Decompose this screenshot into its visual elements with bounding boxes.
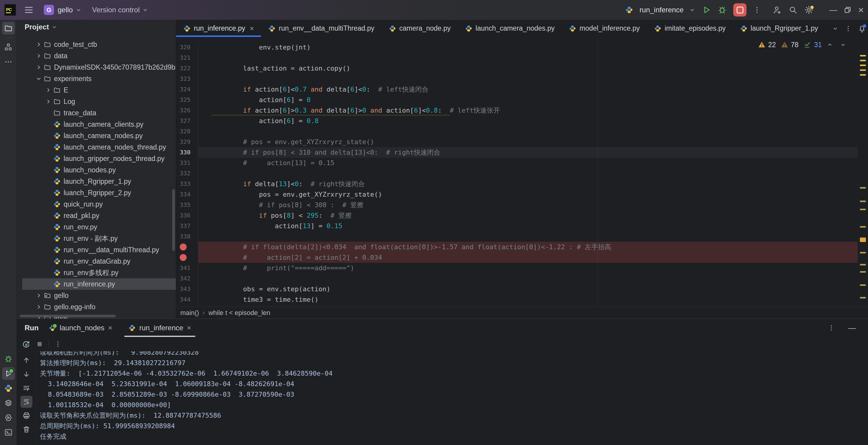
- console-soft-wrap-button[interactable]: [21, 382, 32, 394]
- code-line[interactable]: 333 if delta[13]<0: # right快速闭合: [176, 179, 868, 189]
- code-line[interactable]: 334 pos = env.get_XYZrxryrz_state(): [176, 189, 868, 200]
- line-number[interactable]: 320: [176, 42, 198, 53]
- line-number[interactable]: 324: [176, 84, 198, 95]
- stripe-mark[interactable]: [860, 64, 866, 66]
- run-tab[interactable]: launch_nodes ×: [43, 319, 118, 337]
- tree-item[interactable]: E: [17, 84, 176, 96]
- line-number[interactable]: 326: [176, 105, 198, 116]
- tool-window-button-debug[interactable]: [2, 353, 15, 365]
- code-line[interactable]: # action[2] = action[2] + 0.034: [176, 252, 868, 263]
- stripe-mark[interactable]: [860, 297, 866, 298]
- console-clear-button[interactable]: [21, 423, 32, 435]
- close-tab-icon[interactable]: ×: [187, 324, 191, 332]
- tree-item[interactable]: launch_camera_nodes.py: [17, 130, 176, 142]
- code-editor[interactable]: 320 env.step(jnt) 321 322 last_action = …: [176, 37, 868, 306]
- tree-item[interactable]: run_env__data_multiThread.py: [17, 244, 176, 256]
- error-stripe[interactable]: [858, 37, 868, 306]
- line-number[interactable]: 345: [176, 305, 198, 306]
- line-number[interactable]: 337: [176, 221, 198, 231]
- editor-tab[interactable]: launch_camera_nodes.py: [458, 20, 562, 37]
- tree-item[interactable]: gello: [17, 290, 176, 301]
- next-problem-icon[interactable]: [840, 41, 846, 48]
- console-print-button[interactable]: [21, 410, 32, 422]
- tree-item[interactable]: data: [17, 50, 176, 62]
- tree-item[interactable]: launch_camera_nodes_thread.py: [17, 142, 176, 153]
- console-up-button[interactable]: [21, 354, 32, 366]
- tree-item[interactable]: run_env - 副本.py: [17, 233, 176, 244]
- window-close-button[interactable]: ×: [858, 4, 864, 16]
- close-tab-icon[interactable]: ×: [250, 24, 254, 33]
- tree-vertical-scrollbar[interactable]: [172, 189, 175, 251]
- tree-item[interactable]: Log: [17, 96, 176, 107]
- search-everywhere-icon[interactable]: [788, 5, 798, 14]
- code-line[interactable]: 345: [176, 305, 868, 306]
- line-number[interactable]: 325: [176, 95, 198, 105]
- line-number[interactable]: 344: [176, 294, 198, 305]
- tree-item[interactable]: run_inference.py: [17, 278, 176, 290]
- project-panel-header[interactable]: Project: [17, 20, 176, 34]
- code-line[interactable]: 328: [176, 126, 868, 137]
- stop-button[interactable]: [733, 3, 746, 17]
- code-line[interactable]: 324 if action[6]<0.7 and delta[6]<0: # l…: [176, 84, 868, 95]
- vcs-widget[interactable]: Version control: [92, 6, 140, 14]
- code-line[interactable]: 327 action[6] = 0.8: [176, 116, 868, 126]
- line-number[interactable]: 336: [176, 210, 198, 221]
- window-minimize-button[interactable]: —: [829, 5, 837, 15]
- settings-gear-icon[interactable]: [804, 5, 814, 15]
- stripe-mark[interactable]: [860, 74, 866, 76]
- tool-window-button-terminal[interactable]: [2, 426, 15, 439]
- line-number[interactable]: 338: [176, 231, 198, 242]
- code-line[interactable]: 330 # if pos[8] < 310 and delta[13]<0: #…: [176, 147, 868, 158]
- tree-item[interactable]: run_env_dataGrab.py: [17, 256, 176, 267]
- line-number[interactable]: 333: [176, 179, 198, 189]
- code-line[interactable]: 325 action[6] = 0: [176, 95, 868, 105]
- code-line[interactable]: 341 # print("=====add====="): [176, 263, 868, 273]
- hidden-tabs-icon[interactable]: [832, 25, 839, 32]
- stop-disabled-button[interactable]: [36, 340, 43, 348]
- line-number[interactable]: 343: [176, 284, 198, 294]
- line-number[interactable]: 335: [176, 200, 198, 210]
- line-number[interactable]: 323: [176, 73, 198, 84]
- tree-item[interactable]: code_test_ctb: [17, 39, 176, 50]
- tool-window-button-more-tools[interactable]: [2, 56, 15, 68]
- stripe-mark[interactable]: [860, 69, 866, 71]
- tree-item[interactable]: run_env多线程.py: [17, 267, 176, 278]
- tree-item[interactable]: read_pkl.py: [17, 210, 176, 221]
- chevron-down-icon[interactable]: [142, 7, 149, 13]
- tree-item[interactable]: gello.egg-info: [17, 301, 176, 313]
- project-avatar[interactable]: G: [44, 5, 54, 15]
- code-line[interactable]: 326 if action[6]>0.3 and delta[6]>0 and …: [176, 105, 868, 116]
- line-number[interactable]: [176, 252, 198, 263]
- chevron-down-icon[interactable]: [75, 7, 82, 13]
- debug-button[interactable]: [718, 5, 727, 14]
- stripe-mark[interactable]: [860, 55, 866, 56]
- code-with-me-icon[interactable]: [772, 5, 782, 15]
- tree-item[interactable]: launch_Rgripper_1.py: [17, 176, 176, 187]
- code-line[interactable]: 344 time3 = time.time(): [176, 294, 868, 305]
- notifications-bell-icon[interactable]: [858, 24, 866, 33]
- line-number[interactable]: 329: [176, 137, 198, 147]
- code-line[interactable]: 331 # action[13] = 0.15: [176, 158, 868, 168]
- tool-window-button-run[interactable]: [2, 367, 15, 380]
- line-number[interactable]: 327: [176, 116, 198, 126]
- tool-window-button-python-packages[interactable]: [2, 411, 15, 424]
- code-line[interactable]: 323: [176, 73, 868, 84]
- tool-window-button-services[interactable]: [2, 397, 15, 409]
- editor-tab[interactable]: camera_node.py: [382, 20, 458, 37]
- tree-item[interactable]: DynamixelSDK-3450c7078917b262d9b360: [17, 62, 176, 73]
- tool-window-button-project-folder[interactable]: [2, 22, 15, 34]
- stripe-mark[interactable]: [860, 271, 866, 273]
- close-tab-icon[interactable]: ×: [108, 324, 112, 332]
- stripe-mark[interactable]: [860, 201, 866, 202]
- tab-options-icon[interactable]: [845, 25, 852, 32]
- tree-item[interactable]: launch_nodes.py: [17, 164, 176, 176]
- line-number[interactable]: 331: [176, 158, 198, 168]
- console-down-button[interactable]: [21, 368, 32, 380]
- line-number[interactable]: 332: [176, 168, 198, 179]
- tree-horizontal-scrollbar[interactable]: [20, 315, 116, 317]
- code-line[interactable]: 321: [176, 53, 868, 63]
- editor-tab[interactable]: run_inference.py ×: [176, 20, 261, 37]
- editor-tab[interactable]: launch_Rgripper_1.py: [733, 20, 826, 37]
- tree-item[interactable]: launch_gripper_nodes_thread.py: [17, 153, 176, 164]
- run-panel-options-icon[interactable]: [828, 324, 835, 331]
